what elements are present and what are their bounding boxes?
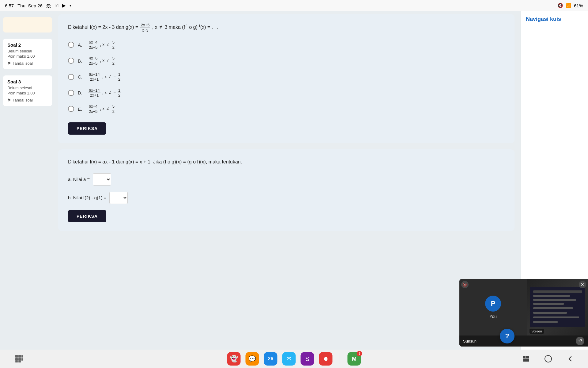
video-bottom-bar: Sunsun +7 — [459, 335, 588, 347]
svg-rect-15 — [15, 361, 18, 362]
options-list: A. 6x−42x−5 , x ≠ 52 B. 4x−62x−5 , x ≠ 5… — [68, 40, 505, 114]
svg-rect-16 — [18, 361, 21, 362]
app-meet[interactable]: M 1 — [348, 352, 361, 366]
avatar: P — [485, 296, 501, 312]
flag-icon-2: ⚑ — [7, 98, 11, 102]
input-a-row: a. Nilai a = 1 2 3 — [68, 173, 505, 186]
recents-icon — [522, 355, 530, 362]
nilai-a-select[interactable]: 1 2 3 — [93, 173, 111, 186]
svg-rect-1 — [533, 290, 582, 293]
option-a-label: A. — [78, 42, 84, 48]
question-2-card: Diketahui f(x) = 2x - 3 dan g(x) = 2x+5 … — [58, 14, 514, 143]
thumbnail-content — [527, 279, 588, 335]
status-left: 6:57 Thu, Sep 26 🖼 ☑ ▶ • — [5, 3, 71, 8]
thumbnail-label: Screen — [530, 329, 544, 334]
wifi-icon: 📶 — [566, 3, 571, 8]
gx-frac: 2x+5 x−3 — [140, 23, 150, 33]
option-b-label: B. — [78, 58, 84, 63]
status-bar: 6:57 Thu, Sep 26 🖼 ☑ ▶ • 🔇 📶 61% — [0, 0, 588, 11]
video-thumbnail: Screen — [527, 279, 588, 335]
svg-rect-5 — [533, 307, 573, 309]
option-b-formula: 4x−62x−5 , x ≠ 52 — [88, 56, 116, 66]
check-icon: ☑ — [55, 3, 58, 8]
option-a-radio[interactable] — [68, 42, 74, 48]
navigasi-title: Navigasi kuis — [526, 16, 583, 22]
home-btn[interactable] — [543, 353, 554, 364]
bottom-apps: 👻 💬 26 ✉ S ⏺ M 1 — [227, 352, 361, 366]
video-participant-main: 🔇 P You — [459, 279, 527, 335]
battery: 61% — [574, 3, 583, 8]
option-b-radio[interactable] — [68, 58, 74, 64]
input-a-label: a. Nilai a = — [68, 177, 90, 182]
soal-2-num: Soal 2 — [7, 42, 48, 48]
option-b-row: B. 4x−62x−5 , x ≠ 52 — [68, 56, 505, 66]
status-right: 🔇 📶 61% — [557, 3, 583, 8]
svg-rect-12 — [15, 358, 18, 361]
date: Thu, Sep 26 — [17, 3, 43, 8]
nilai-f2-g1-select[interactable]: 1 2 3 — [109, 192, 128, 204]
input-b-row: b. Nilai f(2) - g(1) = 1 2 3 — [68, 192, 505, 204]
video-overlay: 🔇 P You Screen — [459, 279, 588, 347]
app-chat[interactable]: ✉ — [282, 352, 296, 366]
back-icon — [567, 355, 574, 362]
home-icon — [544, 355, 552, 363]
soal-3-tandai[interactable]: ⚑ Tandai soal — [7, 98, 48, 102]
option-e-formula: 6x+42x−5 , x ≠ 52 — [88, 104, 116, 114]
option-a-formula: 6x−42x−5 , x ≠ 52 — [88, 40, 116, 50]
option-a-row: A. 6x−42x−5 , x ≠ 52 — [68, 40, 505, 50]
input-b-label: b. Nilai f(2) - g(1) = — [68, 195, 106, 200]
recents-btn[interactable] — [521, 353, 532, 364]
time: 6:57 — [5, 3, 14, 8]
photo-icon: 🖼 — [46, 3, 51, 8]
help-button[interactable]: ? — [500, 329, 514, 343]
app-snapchat[interactable]: 👻 — [227, 352, 241, 366]
sidebar: Soal 2 Belum selesai Poin maks 1,00 ⚑ Ta… — [0, 11, 55, 350]
soal-2-poin: Poin maks 1,00 — [7, 54, 48, 59]
bottom-nav-icons — [521, 353, 576, 364]
svg-rect-8 — [533, 321, 558, 323]
soal-3-poin: Poin maks 1,00 — [7, 91, 48, 95]
question-2-text: Diketahui f(x) = 2x - 3 dan g(x) = 2x+5 … — [68, 23, 505, 33]
option-c-label: C. — [78, 74, 84, 79]
option-d-formula: 6x−142x+1 , x ≠ − 12 — [88, 88, 122, 98]
option-e-radio[interactable] — [68, 106, 74, 112]
app-skype[interactable]: S — [301, 352, 314, 366]
option-d-radio[interactable] — [68, 90, 74, 96]
app-messages[interactable]: 💬 — [246, 352, 259, 366]
periksa-btn-2[interactable]: PERIKSA — [68, 122, 106, 135]
svg-rect-18 — [526, 356, 529, 358]
question-3-text: Diketahui f(x) = ax - 1 dan g(x) = x + 1… — [68, 158, 505, 166]
svg-rect-14 — [21, 358, 23, 361]
svg-rect-17 — [523, 356, 526, 358]
svg-rect-6 — [533, 312, 567, 314]
svg-rect-9 — [15, 355, 18, 358]
option-d-row: D. 6x−142x+1 , x ≠ − 12 — [68, 88, 505, 98]
video-icon: ▶ — [62, 3, 66, 8]
grid-menu-btn[interactable] — [12, 352, 26, 366]
option-d-label: D. — [78, 90, 84, 95]
content-area: Diketahui f(x) = 2x - 3 dan g(x) = 2x+5 … — [55, 11, 521, 350]
close-video-btn[interactable]: ✕ — [579, 281, 586, 288]
nav-separator — [340, 353, 340, 364]
soal-2-card: Soal 2 Belum selesai Poin maks 1,00 ⚑ Ta… — [3, 39, 52, 69]
flag-icon: ⚑ — [7, 61, 11, 66]
app-calendar[interactable]: 26 — [264, 352, 277, 366]
bottom-bar: 👻 💬 26 ✉ S ⏺ M 1 — [0, 350, 588, 368]
soal-2-tandai[interactable]: ⚑ Tandai soal — [7, 61, 48, 66]
question-3-card: Diketahui f(x) = ax - 1 dan g(x) = x + 1… — [58, 149, 514, 231]
option-c-radio[interactable] — [68, 74, 74, 80]
app-recorder[interactable]: ⏺ — [319, 352, 333, 366]
option-e-row: E. 6x+42x−5 , x ≠ 52 — [68, 104, 505, 114]
svg-rect-20 — [523, 360, 529, 362]
grid-icon — [15, 355, 23, 363]
soal-3-num: Soal 3 — [7, 79, 48, 84]
back-btn[interactable] — [565, 353, 576, 364]
option-e-label: E. — [78, 106, 84, 112]
mute-btn[interactable]: 🔇 — [461, 281, 469, 288]
mute-icon: 🔇 — [557, 3, 563, 8]
top-banner — [3, 17, 52, 33]
svg-point-21 — [545, 355, 552, 362]
periksa-btn-3[interactable]: PERIKSA — [68, 210, 106, 222]
video-top: 🔇 P You Screen — [459, 279, 588, 335]
svg-rect-19 — [523, 358, 529, 360]
